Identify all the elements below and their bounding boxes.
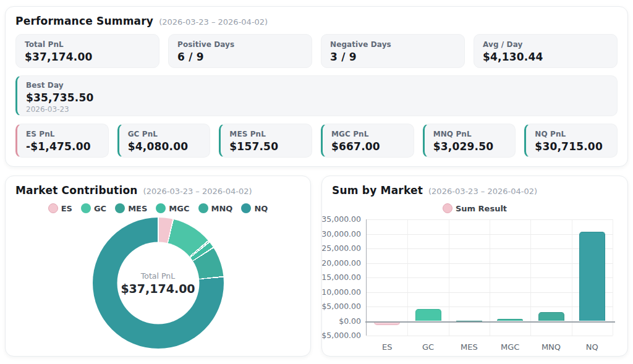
sum-by-market-date-range: (2026-03-23 – 2026-04-02) <box>428 187 537 196</box>
market-label: MES PnL <box>229 130 303 138</box>
donut-chart[interactable]: Total PnL $37,174.00 <box>93 218 224 349</box>
legend-item-sum-result[interactable]: Sum Result <box>443 203 507 213</box>
gridline <box>367 219 613 220</box>
market-label: MNQ PnL <box>433 130 507 138</box>
stat-value: 3 / 9 <box>330 51 456 63</box>
y-axis-tick-label: $15,000.00 <box>321 273 361 282</box>
bar-legend: Sum Result <box>332 203 618 213</box>
x-axis-tick-label: MGC <box>501 342 519 352</box>
gridline <box>367 292 613 293</box>
y-axis-tick-label: $30,000.00 <box>321 229 361 239</box>
charts-row: Market Contribution (2026-03-23 – 2026-0… <box>5 176 628 357</box>
stat-label: Positive Days <box>177 40 303 49</box>
x-axis-tick-label: MES <box>461 342 478 352</box>
best-day-date: 2026-03-23 <box>26 105 608 114</box>
vertical-gridline <box>613 219 613 336</box>
y-axis-tick-label: $0.00 <box>321 316 361 326</box>
gridline <box>367 263 613 264</box>
y-axis-tick-label: $25,000.00 <box>321 243 361 253</box>
gridline <box>367 234 613 235</box>
donut-wrap: Total PnL $37,174.00 <box>15 218 300 349</box>
x-axis-tick-label: MNQ <box>542 342 561 352</box>
x-axis-tick-label: NQ <box>586 342 598 352</box>
mnq-legend-dot-icon <box>198 203 208 213</box>
stat-label: Total PnL <box>25 40 150 49</box>
legend-label: MNQ <box>211 204 233 213</box>
market-tile-mnq: MNQ PnL $3,029.50 <box>423 124 516 158</box>
x-axis-tick-label: ES <box>382 342 392 352</box>
legend-item-gc[interactable]: GC <box>81 203 106 213</box>
zero-axis-line <box>365 321 615 323</box>
market-label: ES PnL <box>26 130 100 138</box>
stat-label: Negative Days <box>330 40 456 49</box>
gridline <box>367 336 613 336</box>
market-contribution-card: Market Contribution (2026-03-23 – 2026-0… <box>5 176 311 357</box>
best-day-label: Best Day <box>26 81 608 90</box>
performance-summary-card: Performance Summary (2026-03-23 – 2026-0… <box>5 6 628 167</box>
stat-value: $37,174.00 <box>25 51 150 63</box>
legend-label: MES <box>128 204 147 213</box>
sum-result-legend-label: Sum Result <box>456 204 507 213</box>
stat-label: Avg / Day <box>483 40 608 49</box>
market-value: -$1,475.00 <box>26 140 100 153</box>
stat-value: $4,130.44 <box>483 51 608 63</box>
donut-legend: ESGCMESMGCMNQNQ <box>15 203 300 213</box>
market-tile-mgc: MGC PnL $667.00 <box>321 124 414 158</box>
market-contribution-header: Market Contribution (2026-03-23 – 2026-0… <box>15 184 300 197</box>
donut-center: Total PnL $37,174.00 <box>117 242 199 324</box>
legend-item-es[interactable]: ES <box>48 203 72 213</box>
gc-legend-dot-icon <box>81 203 91 213</box>
market-tile-es: ES PnL -$1,475.00 <box>15 124 109 158</box>
best-day-value: $35,735.50 <box>26 91 608 104</box>
legend-item-mnq[interactable]: MNQ <box>198 203 233 213</box>
market-tile-mes: MES PnL $157.50 <box>219 124 312 158</box>
sum-by-market-header: Sum by Market (2026-03-23 – 2026-04-02) <box>332 184 618 197</box>
bar-gc[interactable] <box>415 309 441 321</box>
performance-summary-date-range: (2026-03-23 – 2026-04-02) <box>159 17 268 27</box>
market-value: $157.50 <box>229 140 303 153</box>
legend-item-mgc[interactable]: MGC <box>156 203 189 213</box>
bar-nq[interactable] <box>579 232 605 321</box>
stats-row: Total PnL $37,174.00 Positive Days 6 / 9… <box>15 34 618 68</box>
market-label: MGC PnL <box>331 130 405 138</box>
legend-item-mes[interactable]: MES <box>115 203 147 213</box>
legend-label: GC <box>94 204 106 213</box>
stat-value: 6 / 9 <box>177 51 303 63</box>
legend-label: NQ <box>254 204 268 213</box>
market-pnl-row: ES PnL -$1,475.00 GC PnL $4,080.00 MES P… <box>15 124 618 158</box>
donut-center-value: $37,174.00 <box>121 282 195 295</box>
market-contribution-date-range: (2026-03-23 – 2026-04-02) <box>143 187 252 196</box>
trading-dashboard: Performance Summary (2026-03-23 – 2026-0… <box>0 0 633 364</box>
market-label: GC PnL <box>128 130 202 138</box>
y-axis-tick-label: $10,000.00 <box>321 287 361 297</box>
mes-legend-dot-icon <box>115 203 125 213</box>
market-contribution-title: Market Contribution <box>15 184 138 197</box>
market-label: NQ PnL <box>535 130 608 138</box>
stat-tile-positive-days: Positive Days 6 / 9 <box>168 34 312 68</box>
market-value: $30,715.00 <box>535 140 608 153</box>
y-axis-tick-label: $20,000.00 <box>321 258 361 268</box>
market-tile-gc: GC PnL $4,080.00 <box>117 124 211 158</box>
market-value: $4,080.00 <box>128 140 202 153</box>
performance-summary-header: Performance Summary (2026-03-23 – 2026-0… <box>15 15 618 27</box>
mgc-legend-dot-icon <box>156 203 166 213</box>
gridline <box>367 307 613 307</box>
sum-result-legend-dot-icon <box>443 203 452 213</box>
market-value: $3,029.50 <box>433 140 507 153</box>
market-tile-nq: NQ PnL $30,715.00 <box>524 124 618 158</box>
best-day-tile: Best Day $35,735.50 2026-03-23 <box>15 75 618 116</box>
stat-tile-total-pnl: Total PnL $37,174.00 <box>15 34 159 68</box>
legend-item-nq[interactable]: NQ <box>241 203 268 213</box>
bar-plot-area[interactable]: ESGCMESMGCMNQNQ <box>366 219 613 336</box>
bar-chart[interactable]: ESGCMESMGCMNQNQ$35,000.00$30,000.00$25,0… <box>332 218 618 355</box>
gridline <box>367 248 613 249</box>
stat-tile-negative-days: Negative Days 3 / 9 <box>321 34 465 68</box>
bar-mnq[interactable] <box>538 312 564 321</box>
sum-by-market-card: Sum by Market (2026-03-23 – 2026-04-02) … <box>321 176 628 357</box>
performance-summary-title: Performance Summary <box>15 15 153 27</box>
y-axis-tick-label: $5,000.00 <box>321 302 361 311</box>
nq-legend-dot-icon <box>241 203 251 213</box>
gridline <box>367 277 613 278</box>
legend-label: MGC <box>169 204 189 213</box>
es-legend-dot-icon <box>48 203 58 213</box>
